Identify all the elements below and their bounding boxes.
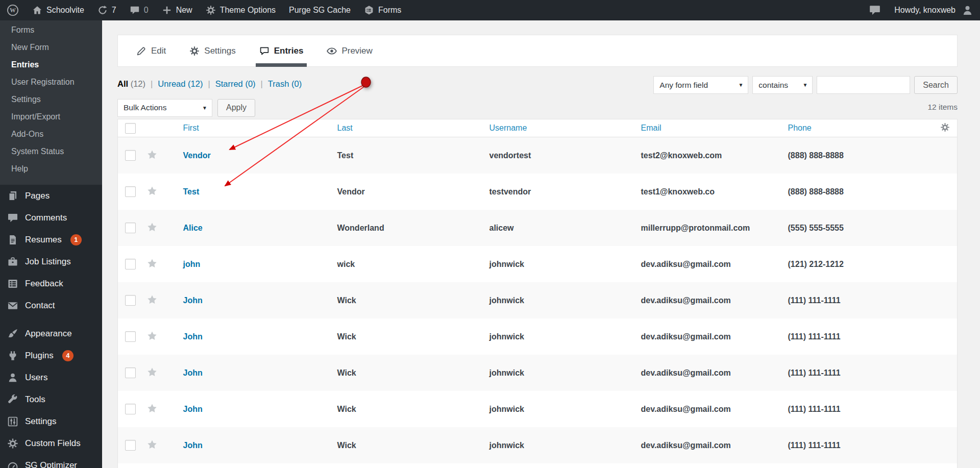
sidebar-subitem-entries[interactable]: Entries [0, 56, 102, 73]
sidebar-item-resumes[interactable]: Resumes1 [0, 229, 102, 251]
column-header-first[interactable]: First [170, 124, 324, 133]
search-operator-value: contains [758, 81, 788, 90]
entry-first-name-link[interactable]: John [170, 296, 203, 305]
sidebar-item-users[interactable]: Users [0, 366, 102, 388]
entry-first-name-link[interactable]: Test [170, 187, 200, 196]
star-icon[interactable] [147, 150, 157, 160]
row-checkbox[interactable] [125, 367, 136, 378]
entry-phone: (111) 111-1111 [775, 296, 923, 305]
sidebar-subitem-add-ons[interactable]: Add-Ons [0, 126, 102, 143]
search-input[interactable] [817, 76, 910, 94]
star-icon[interactable] [147, 331, 157, 341]
sidebar-item-plugins[interactable]: Plugins4 [0, 344, 102, 366]
filter-starred[interactable]: Starred (0) [215, 79, 256, 89]
sidebar-item-custom-fields[interactable]: Custom Fields [0, 432, 102, 454]
tab-entries[interactable]: Entries [259, 35, 304, 66]
purge-cache-label: Purge SG Cache [289, 6, 351, 15]
entry-first-name-link[interactable]: john [170, 260, 201, 269]
entry-phone: (888) 888-8888 [775, 187, 923, 196]
apply-button[interactable]: Apply [217, 99, 255, 117]
star-icon[interactable] [147, 222, 157, 232]
updates-menu[interactable]: 7 [91, 0, 123, 20]
filter-all[interactable]: All (12) [117, 79, 145, 89]
column-header-email[interactable]: Email [628, 124, 775, 133]
sidebar-item-tools[interactable]: Tools [0, 388, 102, 410]
sidebar-subitem-help[interactable]: Help [0, 160, 102, 178]
sidebar-subitem-settings[interactable]: Settings [0, 91, 102, 108]
sidebar-subitem-import-export[interactable]: Import/Export [0, 108, 102, 126]
sidebar-item-label: Feedback [25, 279, 63, 289]
entry-first-name-link[interactable]: John [170, 332, 203, 341]
update-count: 7 [112, 6, 116, 15]
row-checkbox[interactable] [125, 259, 136, 269]
column-header-phone[interactable]: Phone [775, 124, 923, 133]
comments-menu[interactable]: 0 [123, 0, 155, 20]
theme-options-menu[interactable]: Theme Options [199, 0, 282, 20]
my-account-menu[interactable]: Howdy, knoxweb [888, 0, 980, 20]
entry-first-name-link[interactable]: John [170, 368, 203, 378]
star-icon[interactable] [147, 258, 157, 268]
bulk-actions-select[interactable]: Bulk Actions ▼ [117, 99, 212, 117]
purge-sg-cache-menu[interactable]: Purge SG Cache [282, 0, 357, 20]
search-operator-select[interactable]: contains ▼ [752, 76, 813, 94]
search-field-select[interactable]: Any form field ▼ [653, 76, 748, 94]
column-header-last[interactable]: Last [324, 124, 476, 133]
tab-preview[interactable]: Preview [327, 35, 372, 66]
star-icon[interactable] [147, 294, 157, 305]
entry-first-name-link[interactable]: John [170, 405, 203, 414]
select-all-checkbox[interactable] [125, 123, 136, 134]
forms-menu[interactable]: Forms [357, 0, 408, 20]
row-checkbox[interactable] [125, 150, 136, 161]
filter-unread[interactable]: Unread (12) [158, 79, 203, 89]
forms-label: Forms [378, 6, 401, 15]
notifications-menu[interactable] [862, 0, 888, 20]
sidebar-item-appearance[interactable]: Appearance [0, 323, 102, 344]
row-checkbox[interactable] [125, 295, 136, 306]
speedometer-icon [7, 460, 18, 468]
sidebar-subitem-system-status[interactable]: System Status [0, 143, 102, 160]
new-content-menu[interactable]: New [155, 0, 199, 20]
sidebar-subitem-user-registration[interactable]: User Registration [0, 73, 102, 91]
sidebar-item-comments[interactable]: Comments [0, 207, 102, 229]
entry-phone: (888) 888-8888 [775, 151, 923, 160]
entry-first-name-link[interactable]: Alice [170, 224, 203, 233]
row-checkbox[interactable] [125, 331, 136, 342]
sidebar-item-settings[interactable]: Settings [0, 410, 102, 432]
search-button[interactable]: Search [914, 76, 958, 94]
sidebar-item-contact[interactable]: Contact [0, 294, 102, 316]
chevron-down-icon: ▼ [802, 82, 807, 88]
wordpress-menu[interactable] [0, 0, 26, 20]
tab-label: Entries [274, 46, 304, 56]
row-checkbox[interactable] [125, 186, 136, 197]
sidebar-subitem-forms[interactable]: Forms [0, 21, 102, 39]
tab-settings[interactable]: Settings [189, 35, 235, 66]
star-icon[interactable] [147, 403, 157, 413]
row-checkbox[interactable] [125, 404, 136, 414]
entry-phone: (555) 555-5555 [775, 224, 923, 233]
tab-edit[interactable]: Edit [136, 35, 166, 66]
sidebar-item-label: Users [25, 373, 47, 383]
sidebar-item-sg-optimizer[interactable]: SG Optimizer [0, 454, 102, 468]
filter-count: (12) [128, 79, 145, 88]
column-header-username[interactable]: Username [476, 124, 628, 133]
star-icon[interactable] [147, 186, 157, 196]
star-icon[interactable] [147, 439, 157, 450]
row-checkbox[interactable] [125, 440, 136, 451]
sidebar-item-job-listings[interactable]: Job Listings [0, 251, 102, 273]
plus-icon [162, 5, 172, 15]
row-checkbox[interactable] [125, 223, 136, 233]
filter-trash[interactable]: Trash (0) [268, 79, 302, 89]
gear-icon [206, 5, 216, 15]
home-icon [32, 5, 42, 15]
filter-separator: | [208, 79, 210, 89]
column-settings-gear-icon[interactable] [940, 122, 950, 132]
sidebar-subitem-new-form[interactable]: New Form [0, 39, 102, 56]
entry-first-name-link[interactable]: John [170, 441, 203, 450]
sidebar-item-feedback[interactable]: Feedback [0, 273, 102, 294]
site-name-menu[interactable]: Schoolvite [26, 0, 91, 20]
sidebar-item-pages[interactable]: Pages [0, 185, 102, 207]
tab-label: Edit [151, 46, 166, 56]
entry-row: TestVendortestvendortest1@knoxweb.co(888… [118, 174, 958, 210]
entry-first-name-link[interactable]: Vendor [170, 151, 211, 160]
star-icon[interactable] [147, 367, 157, 377]
